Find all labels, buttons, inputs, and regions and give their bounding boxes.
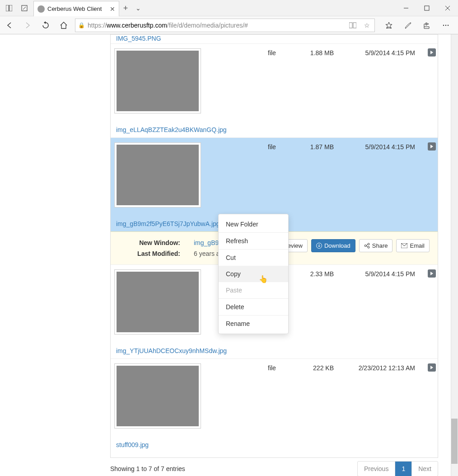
ctx-paste: Paste [219,282,288,298]
share-node-icon [364,243,370,249]
svg-rect-5 [349,23,352,28]
envelope-icon [401,243,407,248]
share-button[interactable]: Share [359,239,393,252]
page-next[interactable]: Next [411,462,438,476]
lock-icon: 🔒 [78,22,85,28]
file-type: file [268,364,276,372]
more-menu-icon[interactable] [439,19,453,32]
svg-rect-0 [6,5,9,11]
file-name-link[interactable]: img_eLLAqBZZTEak2u4BKWanGQ.jpg [116,126,227,133]
file-row[interactable]: file 222 KB 2/23/2012 12:13 AM stuff009.… [111,358,438,452]
thumbnail[interactable] [114,269,201,335]
url-text: https://www.cerberusftp.com/file/d/demo/… [88,22,346,29]
ctx-rename[interactable]: Rename [219,316,288,332]
scrollbar[interactable] [451,34,458,476]
thumbnail[interactable] [114,142,201,207]
context-menu: New Folder Refresh Cut Copy Paste Delete… [218,214,289,334]
svg-rect-1 [9,5,12,11]
file-size: 222 KB [313,364,334,372]
file-date: 5/9/2014 4:15 PM [365,143,415,151]
notes-icon[interactable] [401,19,415,32]
file-size: 1.87 MB [310,143,334,151]
file-name-link[interactable]: img_YTjUUAhDCEOCxuy9nhMSdw.jpg [116,347,227,354]
new-tab-button[interactable]: + [119,0,132,16]
favorite-star-icon[interactable]: ☆ [362,22,372,29]
page-previous[interactable]: Previous [358,462,395,476]
file-date: 5/9/2014 4:15 PM [365,49,415,57]
tab-close-icon[interactable]: ✕ [110,5,115,13]
ctx-delete[interactable]: Delete [219,299,288,315]
actions-icon[interactable] [428,269,436,278]
file-name-link[interactable]: stuff009.jpg [116,441,149,448]
nav-home-button[interactable] [57,19,70,32]
window-minimize-button[interactable] [396,0,416,16]
address-bar[interactable]: 🔒 https://www.cerberusftp.com/file/d/dem… [75,19,375,32]
window-close-button[interactable] [437,0,458,16]
file-type: file [268,143,276,151]
svg-rect-4 [425,6,429,10]
svg-rect-6 [353,23,356,28]
svg-point-14 [368,243,369,245]
file-type: file [268,49,276,57]
actions-icon[interactable] [428,48,436,57]
ctx-copy[interactable]: Copy [219,266,288,282]
tab-title: Cerberus Web Client [47,5,107,12]
svg-point-10 [448,24,449,25]
nav-forward-button[interactable] [21,19,34,32]
tab-recent-icon[interactable] [18,2,31,14]
email-button[interactable]: Email [396,239,430,252]
nav-refresh-button[interactable] [39,19,52,32]
tab-aside-icon[interactable] [3,2,15,14]
page-number[interactable]: 1 [395,462,411,476]
svg-point-9 [445,24,446,25]
file-name-link[interactable]: img_gB9m2f5PyE6TSj7JpYubwA.jpg [116,220,220,227]
tabs-dropdown-icon[interactable]: ⌄ [132,0,145,16]
svg-point-16 [368,246,369,248]
ctx-cut[interactable]: Cut [219,250,288,266]
favicon-icon [37,5,45,13]
share-icon[interactable] [420,19,434,32]
window-maximize-button[interactable] [416,0,437,16]
file-size: 1.88 MB [310,49,334,57]
file-row[interactable]: file 1.88 MB 5/9/2014 4:15 PM img_eLLAqB… [111,43,438,137]
scrollbar-thumb[interactable] [451,419,458,464]
detail-label-newwindow: New Window: [135,239,180,246]
svg-point-15 [365,245,366,247]
entries-status: Showing 1 to 7 of 7 entries [110,465,185,472]
actions-icon[interactable] [428,363,436,372]
ctx-new-folder[interactable]: New Folder [219,216,288,232]
reading-view-icon[interactable] [349,22,359,28]
file-row[interactable]: IMG_5945.PNG [111,34,438,43]
download-icon [316,243,322,249]
ctx-refresh[interactable]: Refresh [219,233,288,249]
pagination: Previous 1 Next [357,461,438,476]
file-date: 2/23/2012 12:13 AM [359,364,415,372]
thumbnail[interactable] [114,363,201,429]
actions-icon[interactable] [428,142,436,151]
download-button[interactable]: Download [311,239,355,252]
file-date: 5/9/2014 4:15 PM [365,270,415,278]
thumbnail[interactable] [114,48,201,113]
file-name-link[interactable]: IMG_5945.PNG [116,35,161,42]
favorites-list-icon[interactable] [382,19,396,32]
nav-back-button[interactable] [3,19,16,32]
detail-label-modified: Last Modified: [135,250,180,257]
file-size: 2.33 MB [310,270,334,278]
svg-point-8 [443,24,444,25]
browser-tab[interactable]: Cerberus Web Client ✕ [33,1,119,16]
